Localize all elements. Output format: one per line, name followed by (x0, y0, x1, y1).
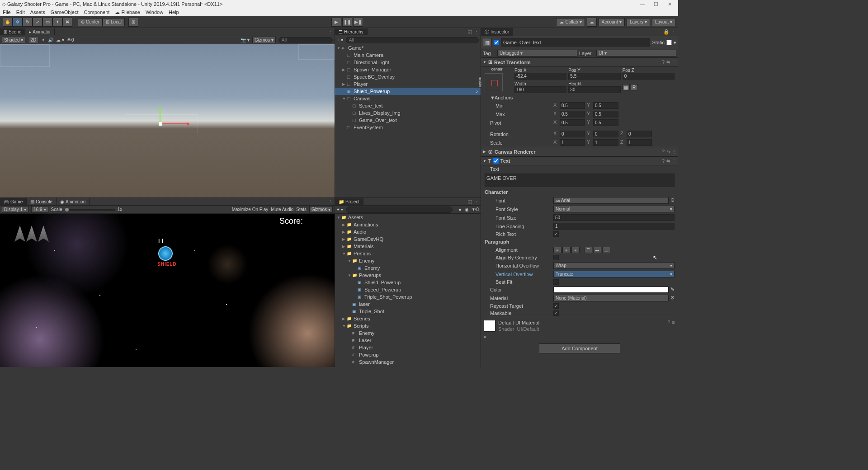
hidden-icon[interactable]: 👁0 (67, 38, 74, 42)
scene-view[interactable] (0, 44, 335, 197)
scale-slider[interactable] (65, 209, 115, 211)
eyedropper-icon[interactable]: ✎ (670, 287, 675, 293)
project-item[interactable]: ▣Triple_Shot (335, 308, 481, 315)
scale-tool[interactable]: ⤢ (33, 18, 42, 27)
project-search[interactable] (346, 207, 453, 213)
rot-y[interactable] (593, 131, 618, 137)
maximize-toggle[interactable]: Maximize On Play (232, 207, 269, 212)
scale-x[interactable] (560, 139, 585, 146)
menu-assets[interactable]: Assets (30, 9, 45, 15)
project-item[interactable]: #Laser (335, 337, 481, 344)
anchor-max-y[interactable] (593, 111, 618, 118)
audio-icon[interactable]: 🔊 (48, 38, 53, 42)
step-button[interactable]: ▶❚ (353, 18, 363, 27)
custom-tool[interactable]: ✖ (62, 18, 72, 27)
hierarchy-item[interactable]: ▢Lives_Display_img (335, 109, 481, 117)
menu-icon[interactable]: ⋮ (672, 60, 676, 65)
help-icon[interactable]: ? (662, 60, 665, 65)
snap-toggle[interactable]: ⊞ (128, 18, 138, 27)
hierarchy-search[interactable] (346, 37, 479, 43)
menu-filebase[interactable]: ☁ Filebase (115, 9, 140, 15)
color-field[interactable] (553, 287, 669, 293)
material-field[interactable]: None (Material) (553, 295, 669, 301)
transform-tool[interactable]: ✦ (52, 18, 62, 27)
static-dropdown-icon[interactable]: ▾ (674, 40, 676, 46)
hidden-icon[interactable]: 👁8 (472, 207, 479, 212)
horizontal-alignment[interactable]: ≡≡≡ (553, 247, 580, 253)
project-item[interactable]: ▼📁Prefabs (335, 250, 481, 257)
text-value-field[interactable]: GAME OVER (485, 174, 675, 187)
pivot-y[interactable] (593, 119, 618, 126)
panel-menu-icon[interactable]: ⋮ (474, 199, 479, 205)
hierarchy-item[interactable]: ▢Main Camera (335, 52, 481, 59)
menu-gameobject[interactable]: GameObject (51, 9, 79, 15)
hierarchy-item[interactable]: ▢Score_text (335, 102, 481, 109)
hierarchy-tab[interactable]: ☰ Hierarchy (335, 28, 368, 35)
panel-menu-icon[interactable]: ⋮ (671, 29, 676, 35)
object-picker-icon[interactable]: ⊙ (670, 295, 675, 301)
camera-icon[interactable]: 📷 ▾ (241, 38, 250, 42)
menu-icon[interactable]: ⋮ (672, 149, 676, 154)
vertical-alignment[interactable]: ▔▬▁ (584, 247, 610, 253)
shading-dropdown[interactable]: Shaded ▾ (2, 37, 25, 43)
project-item[interactable]: ▶📁Audio (335, 228, 481, 235)
gizmo-x-axis[interactable] (160, 123, 188, 124)
help-icon[interactable]: ? (662, 159, 665, 164)
project-item[interactable]: ▶📁Materials (335, 243, 481, 250)
scene-tab[interactable]: ⊞ Scene (0, 28, 25, 35)
hierarchy-item[interactable]: ▢EventSystem (335, 124, 481, 131)
anchor-min-y[interactable] (593, 102, 618, 109)
collab-dropdown[interactable]: ☁ Collab ▾ (556, 18, 585, 26)
best-fit-checkbox[interactable] (553, 279, 559, 285)
static-checkbox[interactable] (666, 40, 672, 45)
project-item[interactable]: #SpawnManager (335, 358, 481, 366)
maximize-button[interactable]: ☐ (649, 1, 663, 7)
tag-dropdown[interactable]: Untagged ▾ (497, 50, 577, 56)
rot-z[interactable] (627, 131, 652, 137)
preset-icon[interactable]: ⇆ (666, 60, 670, 65)
project-item[interactable]: ▶📁Scenes (335, 315, 481, 322)
help-icon[interactable]: ? (662, 149, 665, 154)
project-item[interactable]: ▣laser (335, 301, 481, 308)
project-item[interactable]: ▼📁Assets (335, 214, 481, 221)
rot-x[interactable] (560, 131, 585, 137)
hierarchy-item[interactable]: ▶▢Player (335, 80, 481, 88)
panel-popup-icon[interactable]: ◱ (467, 29, 472, 35)
gear-icon[interactable]: ⚙ (671, 320, 675, 325)
active-checkbox[interactable] (494, 40, 499, 45)
hierarchy-item[interactable]: ▣Shield_Powerup› (335, 88, 481, 95)
stats-toggle[interactable]: Stats (296, 207, 307, 212)
mute-toggle[interactable]: Mute Audio (271, 207, 293, 212)
font-field[interactable]: Aa Arial (553, 197, 669, 204)
game-view[interactable]: Score: ▎ ▎ SHIELD (0, 214, 335, 367)
raycast-checkbox[interactable]: ✓ (553, 303, 559, 309)
lock-icon[interactable]: 🔒 (663, 29, 670, 35)
height-field[interactable] (568, 86, 620, 93)
menu-edit[interactable]: Edit (16, 9, 25, 15)
horiz-overflow-dropdown[interactable]: Wrap ▾ (553, 262, 675, 269)
aspect-dropdown[interactable]: 16:9 ▾ (31, 206, 48, 213)
hierarchy-item[interactable]: ▢Directional Light (335, 59, 481, 66)
space-toggle[interactable]: ⊞ Local (103, 18, 125, 26)
layers-dropdown[interactable]: Layers ▾ (627, 18, 650, 26)
display-dropdown[interactable]: Display 1 ▾ (2, 206, 28, 213)
layout-dropdown[interactable]: Layout ▾ (652, 18, 675, 26)
project-item[interactable]: #Powerup (335, 351, 481, 358)
text-enabled-checkbox[interactable] (493, 158, 499, 164)
project-item[interactable]: ▣Shield_Powerup (335, 279, 481, 286)
project-item[interactable]: ▼📁Enemy (335, 257, 481, 264)
rect-transform-header[interactable]: ▼⊞ Rect Transform ? ⇆ ⋮ (481, 57, 678, 67)
menu-help[interactable]: Help (169, 9, 179, 15)
maskable-checkbox[interactable]: ✓ (553, 310, 559, 316)
font-style-dropdown[interactable]: Normal ▾ (553, 206, 675, 212)
cloud-icon[interactable]: ☁ (587, 18, 597, 27)
shader-dropdown[interactable]: UI/Default (517, 326, 539, 332)
pivot-x[interactable] (560, 119, 585, 126)
anchor-preset-button[interactable] (485, 73, 503, 91)
project-item[interactable]: ▶📁GameDevHQ (335, 235, 481, 243)
panel-menu-icon[interactable]: ⋮ (328, 198, 333, 205)
hierarchy-item[interactable]: ▢SpaceBG_Overlay (335, 73, 481, 80)
material-expand-arrow[interactable]: ▶ (481, 334, 678, 339)
panel-popup-icon[interactable]: ◱ (467, 199, 472, 205)
pivot-toggle[interactable]: ⊕ Center (78, 18, 103, 26)
